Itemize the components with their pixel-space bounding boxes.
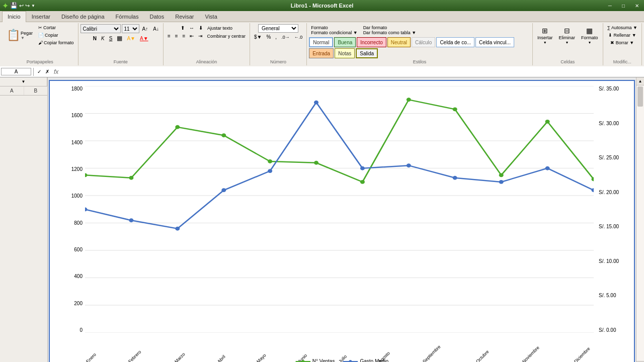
name-box[interactable] bbox=[1, 68, 31, 75]
tab-revisar[interactable]: Revisar bbox=[170, 11, 199, 22]
align-right-btn[interactable]: ≡ bbox=[181, 32, 188, 40]
style-celda-co[interactable]: Celda de co... bbox=[436, 37, 474, 47]
gasto-dot-5 bbox=[314, 101, 318, 105]
ventas-dot-2 bbox=[175, 125, 180, 129]
group-alineacion: ⬆ ↔ ⬇ Ajustar texto ≡ ≡ ≡ ⇤ ⇥ Combinar y… bbox=[164, 23, 250, 65]
percent-btn[interactable]: % bbox=[264, 33, 273, 41]
underline-button[interactable]: S bbox=[107, 35, 115, 42]
style-salida[interactable]: Salida bbox=[356, 48, 378, 58]
font-select[interactable]: Calibri bbox=[80, 24, 121, 33]
maximize-btn[interactable]: □ bbox=[617, 2, 630, 10]
formula-cancel-btn[interactable]: ✗ bbox=[44, 69, 51, 74]
style-neutral[interactable]: Neutral bbox=[387, 37, 411, 47]
tab-diseno[interactable]: Diseño de página bbox=[56, 11, 110, 22]
tab-formulas[interactable]: Fórmulas bbox=[110, 11, 144, 22]
quick-access-undo[interactable]: ↩ bbox=[19, 3, 24, 9]
chart-container[interactable]: 1800 1600 1400 1200 1000 800 600 400 200… bbox=[49, 80, 635, 362]
border-btn[interactable]: ▦ bbox=[115, 34, 124, 43]
ventas-dot-1 bbox=[129, 176, 133, 180]
group-numero: General Número Moneda Porcentaje $▼ % , … bbox=[250, 23, 307, 65]
group-portapapeles: 📋 Pegar▼ ✂Cortar 📄Copiar 🖌Copiar formato bbox=[2, 23, 78, 65]
align-center-btn[interactable]: ≡ bbox=[173, 32, 180, 40]
quick-access-redo[interactable]: ↪ bbox=[25, 3, 30, 9]
clear-btn[interactable]: ✖ Borrar ▼ bbox=[608, 39, 636, 46]
format-btn[interactable]: ▦ Formato ▼ bbox=[579, 25, 601, 46]
comma-btn[interactable]: , bbox=[273, 33, 279, 41]
alineacion-label: Alineación bbox=[166, 58, 248, 64]
ventas-dot-6 bbox=[360, 180, 365, 184]
tab-vista[interactable]: Vista bbox=[200, 11, 223, 22]
quick-access-dropdown[interactable]: ▼ bbox=[31, 4, 35, 8]
style-buena[interactable]: Buena bbox=[334, 37, 356, 47]
formula-separator bbox=[33, 68, 34, 76]
align-bottom-btn[interactable]: ⬇ bbox=[197, 24, 205, 32]
tab-datos[interactable]: Datos bbox=[144, 11, 170, 22]
style-entrada[interactable]: Entrada bbox=[309, 48, 334, 58]
decrease-size-btn[interactable]: A↓ bbox=[151, 25, 161, 33]
portapapeles-label: Portapapeles bbox=[4, 58, 76, 64]
cut-button[interactable]: ✂Cortar bbox=[36, 24, 76, 31]
increase-size-btn[interactable]: A↑ bbox=[140, 25, 150, 33]
ventas-dot-3 bbox=[221, 133, 226, 137]
indent-right-btn[interactable]: ⇥ bbox=[196, 32, 204, 40]
style-celda-vinc[interactable]: Celda vincul... bbox=[475, 37, 514, 47]
window-title: Libro1 - Microsoft Excel bbox=[291, 3, 354, 9]
gasto-dot-10 bbox=[545, 166, 550, 170]
fill-btn[interactable]: ⬇ Rellenar ▼ bbox=[606, 32, 638, 39]
scroll-thumb-v[interactable] bbox=[637, 86, 643, 107]
gasto-dot-8 bbox=[453, 176, 457, 180]
paste-button[interactable]: 📋 Pegar▼ bbox=[4, 28, 35, 42]
ventas-dot-9 bbox=[499, 173, 504, 177]
autosum-btn[interactable]: ∑ Autosuma ▼ bbox=[605, 24, 639, 31]
font-color-btn[interactable]: A▼ bbox=[138, 35, 150, 42]
tab-inicio[interactable]: Inicio bbox=[2, 11, 26, 22]
increase-decimal-btn[interactable]: .0→ bbox=[279, 34, 292, 41]
cut-label: Cortar bbox=[43, 25, 56, 30]
align-left-btn[interactable]: ≡ bbox=[166, 32, 173, 40]
col-header-a: A bbox=[0, 86, 24, 95]
formula-input[interactable] bbox=[61, 69, 643, 75]
select-all-btn[interactable]: ▼ bbox=[0, 77, 47, 86]
row-column-headers: ▼ A B bbox=[0, 77, 48, 362]
formula-check-btn[interactable]: ✓ bbox=[36, 69, 43, 74]
paste-format-label: Copiar formato bbox=[44, 40, 74, 45]
wrap-text-btn[interactable]: Ajustar texto bbox=[205, 25, 234, 32]
italic-button[interactable]: K bbox=[99, 35, 107, 42]
numero-label: Número bbox=[252, 58, 304, 64]
title-bar: ✦ 💾 ↩ ↪ ▼ Libro1 - Microsoft Excel ─ □ ✕ bbox=[0, 0, 644, 11]
indent-left-btn[interactable]: ⇤ bbox=[188, 32, 196, 40]
copy-button[interactable]: 📄Copiar bbox=[36, 32, 76, 39]
scroll-up-btn[interactable]: ▲ bbox=[636, 77, 644, 85]
align-top-btn[interactable]: ⬆ bbox=[179, 24, 187, 32]
gasto-dot-7 bbox=[407, 163, 411, 167]
format-as-table-btn[interactable]: Dar formatoDar formato como tabla ▼ bbox=[361, 24, 418, 36]
style-calculo[interactable]: Cálculo bbox=[412, 37, 435, 47]
spreadsheet-area: 1800 1600 1400 1200 1000 800 600 400 200… bbox=[48, 77, 644, 362]
ribbon-content: 📋 Pegar▼ ✂Cortar 📄Copiar 🖌Copiar formato bbox=[0, 22, 644, 66]
decrease-decimal-btn[interactable]: ←.0 bbox=[292, 34, 305, 41]
conditional-format-btn[interactable]: FormatoFormato condicional ▼ bbox=[309, 24, 359, 36]
row-numbers bbox=[0, 96, 47, 362]
tab-insertar[interactable]: Insertar bbox=[26, 11, 56, 22]
number-format-select[interactable]: General Número Moneda Porcentaje bbox=[258, 24, 298, 33]
align-middle-btn[interactable]: ↔ bbox=[187, 24, 196, 32]
bold-button[interactable]: N bbox=[91, 35, 99, 42]
svg-point-13 bbox=[349, 360, 352, 363]
chart-legend: N° Ventas Gasto Medio bbox=[295, 358, 388, 362]
font-size-select[interactable]: 11 bbox=[122, 24, 139, 33]
merge-btn[interactable]: Combinar y centrar bbox=[205, 33, 248, 40]
minimize-btn[interactable]: ─ bbox=[603, 2, 617, 10]
style-normal[interactable]: Normal bbox=[309, 37, 333, 47]
style-incorrecto[interactable]: Incorrecto bbox=[357, 37, 386, 47]
insert-btn[interactable]: ⊞ Insertar ▼ bbox=[535, 25, 555, 46]
paste-format-button[interactable]: 🖌Copiar formato bbox=[36, 39, 76, 46]
close-btn[interactable]: ✕ bbox=[630, 2, 644, 10]
style-notas[interactable]: Notas bbox=[335, 48, 355, 58]
modificar-label: Modific... bbox=[605, 58, 639, 64]
quick-access-save[interactable]: 💾 bbox=[10, 2, 18, 9]
gasto-dot-2 bbox=[175, 227, 180, 231]
delete-btn[interactable]: ⊟ Eliminar ▼ bbox=[556, 25, 578, 46]
fill-color-btn[interactable]: A▼ bbox=[125, 35, 137, 42]
v-scrollbar[interactable]: ▲ ▼ bbox=[636, 77, 644, 362]
currency-btn[interactable]: $▼ bbox=[252, 33, 264, 41]
